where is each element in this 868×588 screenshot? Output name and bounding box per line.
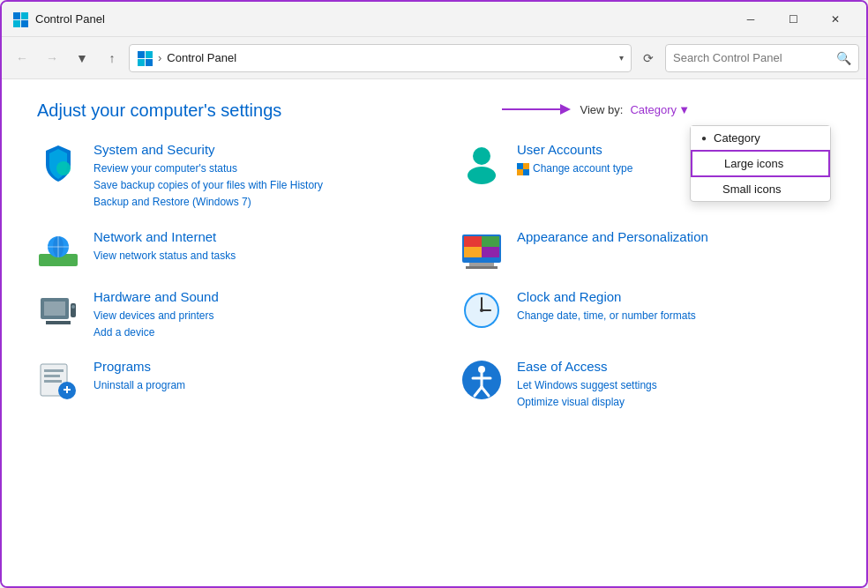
category-network: Network and Internet View network status… — [37, 229, 408, 272]
address-bar[interactable]: › Control Panel ▾ — [129, 44, 632, 72]
svg-rect-16 — [523, 169, 529, 175]
programs-title[interactable]: Programs — [94, 359, 185, 374]
svg-rect-5 — [146, 51, 153, 58]
close-button[interactable]: ✕ — [815, 6, 856, 33]
system-security-title[interactable]: System and Security — [94, 142, 323, 157]
clock-content: Clock and Region Change date, time, or n… — [517, 289, 696, 324]
network-title[interactable]: Network and Internet — [94, 229, 236, 244]
svg-point-12 — [468, 167, 496, 184]
view-by-value-text: Category — [630, 103, 677, 116]
network-link-1[interactable]: View network status and tasks — [94, 248, 236, 264]
svg-rect-31 — [44, 301, 65, 316]
svg-rect-25 — [482, 236, 499, 247]
ease-access-icon — [460, 359, 503, 401]
svg-rect-43 — [44, 375, 60, 377]
forward-button[interactable]: → — [39, 45, 65, 71]
app-icon — [12, 11, 28, 27]
clock-title[interactable]: Clock and Region — [517, 289, 696, 304]
dropdown-item-category[interactable]: ● Category — [691, 126, 830, 150]
view-by-arrow — [502, 100, 572, 118]
svg-rect-42 — [44, 369, 64, 372]
view-by-dropdown[interactable]: Category ▼ — [630, 103, 690, 116]
category-option-label: Category — [714, 131, 760, 145]
svg-rect-27 — [482, 247, 499, 257]
system-security-link-3[interactable]: Backup and Restore (Windows 7) — [94, 194, 323, 211]
svg-rect-2 — [13, 20, 20, 27]
svg-rect-24 — [464, 236, 482, 247]
ease-access-link-1[interactable]: Let Windows suggest settings — [517, 377, 657, 394]
svg-rect-26 — [464, 247, 482, 257]
network-content: Network and Internet View network status… — [94, 229, 236, 264]
clock-icon — [460, 289, 503, 331]
svg-point-10 — [56, 161, 71, 175]
maximize-button[interactable]: ☐ — [773, 6, 813, 33]
svg-point-11 — [473, 147, 490, 165]
clock-link-1[interactable]: Change date, time, or number formats — [517, 308, 696, 324]
svg-rect-13 — [517, 163, 523, 169]
view-by-area: View by: Category ▼ — [502, 100, 690, 118]
shield-color-icon — [517, 163, 529, 175]
system-security-content: System and Security Review your computer… — [94, 142, 323, 212]
category-appearance: Appearance and Personalization — [460, 229, 831, 272]
network-icon — [37, 229, 79, 272]
svg-point-33 — [71, 305, 75, 309]
search-input[interactable] — [673, 51, 831, 64]
ease-access-link-2[interactable]: Optimize visual display — [517, 394, 657, 411]
programs-icon — [37, 359, 79, 401]
svg-rect-44 — [44, 380, 62, 383]
dropdown-item-large-icons[interactable]: Large icons — [691, 150, 830, 177]
address-bar-icon — [137, 50, 153, 66]
appearance-icon — [460, 229, 503, 272]
ease-access-content: Ease of Access Let Windows suggest setti… — [517, 359, 657, 411]
dropdown-item-small-icons[interactable]: Small icons — [691, 177, 830, 201]
bullet-icon: ● — [701, 133, 707, 143]
title-bar: Control Panel ─ ☐ ✕ — [2, 2, 866, 37]
view-by-chevron: ▼ — [678, 103, 690, 116]
main-content: Adjust your computer's settings View by:… — [2, 79, 866, 588]
window-controls: ─ ☐ ✕ — [730, 6, 856, 33]
category-ease-access: Ease of Access Let Windows suggest setti… — [460, 359, 831, 411]
svg-rect-3 — [21, 20, 28, 27]
user-accounts-icon — [460, 142, 503, 184]
svg-rect-34 — [46, 321, 71, 324]
svg-rect-15 — [517, 169, 523, 175]
programs-content: Programs Uninstall a program — [94, 359, 185, 394]
svg-rect-28 — [469, 263, 494, 266]
appearance-title[interactable]: Appearance and Personalization — [517, 229, 708, 244]
back-button[interactable]: ← — [9, 45, 35, 71]
nav-bar: ← → ▼ ↑ › Control Panel ▾ ⟳ 🔍 — [2, 37, 866, 79]
search-icon: 🔍 — [836, 51, 851, 65]
recent-button[interactable]: ▼ — [69, 45, 95, 71]
category-programs: Programs Uninstall a program — [37, 359, 408, 411]
svg-rect-4 — [138, 51, 145, 58]
page-title: Adjust your computer's settings — [37, 100, 831, 121]
hardware-content: Hardware and Sound View devices and prin… — [94, 289, 219, 341]
user-accounts-title[interactable]: User Accounts — [517, 142, 632, 157]
search-box[interactable]: 🔍 — [665, 44, 859, 72]
hardware-link-1[interactable]: View devices and printers — [94, 308, 219, 324]
address-dropdown-arrow[interactable]: ▾ — [619, 53, 624, 63]
hardware-icon — [37, 289, 79, 331]
svg-rect-6 — [138, 59, 145, 66]
programs-link-1[interactable]: Uninstall a program — [94, 377, 185, 394]
small-icons-option-label: Small icons — [722, 182, 781, 196]
large-icons-option-label: Large icons — [724, 157, 783, 170]
system-security-link-1[interactable]: Review your computer's status — [94, 160, 323, 177]
svg-rect-7 — [146, 59, 153, 66]
hardware-title[interactable]: Hardware and Sound — [94, 289, 219, 304]
svg-rect-1 — [21, 12, 28, 19]
category-system-security: System and Security Review your computer… — [37, 142, 408, 212]
svg-rect-29 — [466, 266, 498, 269]
user-accounts-link-1[interactable]: Change account type — [517, 160, 632, 181]
minimize-button[interactable]: ─ — [730, 6, 771, 33]
refresh-button[interactable]: ⟳ — [635, 45, 662, 71]
view-by-label: View by: — [580, 103, 623, 116]
user-accounts-content: User Accounts Change account type — [517, 142, 632, 181]
hardware-link-2[interactable]: Add a device — [94, 324, 219, 341]
system-security-link-2[interactable]: Save backup copies of your files with Fi… — [94, 177, 323, 194]
svg-rect-47 — [66, 386, 68, 393]
system-security-icon — [37, 142, 79, 184]
up-button[interactable]: ↑ — [99, 45, 125, 71]
svg-rect-14 — [523, 163, 529, 169]
ease-access-title[interactable]: Ease of Access — [517, 359, 657, 374]
